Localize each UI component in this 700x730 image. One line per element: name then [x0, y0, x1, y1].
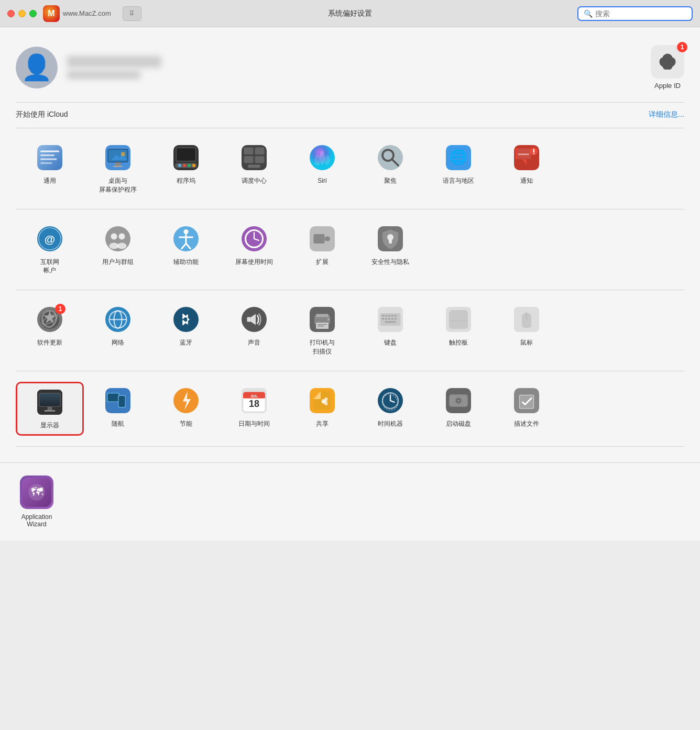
- prefs-grid-1: 通用桌面与屏幕保护程序程序坞调度中心Siri聚焦🌐语言与地区通知: [16, 139, 684, 198]
- close-button[interactable]: [7, 10, 15, 17]
- pref-item-displays[interactable]: 显示器: [16, 382, 84, 436]
- grid-button[interactable]: ⠿: [123, 6, 141, 21]
- pref-item-sound[interactable]: 声音: [220, 301, 288, 360]
- svg-point-46: [111, 233, 117, 239]
- pref-item-startup[interactable]: 启动磁盘: [424, 382, 493, 436]
- dock-icon: [173, 145, 199, 172]
- pref-item-spotlight[interactable]: 聚焦: [356, 139, 424, 198]
- pref-item-security[interactable]: 安全性与隐私: [356, 220, 424, 280]
- screentime-label: 屏幕使用时间: [235, 258, 273, 267]
- svg-rect-82: [318, 324, 327, 325]
- pref-item-timemachine[interactable]: 时间机器: [356, 382, 424, 436]
- bluetooth-icon: [173, 307, 199, 334]
- software-label: 软件更新: [37, 338, 62, 347]
- svg-point-27: [320, 151, 325, 165]
- pref-item-network[interactable]: 网络: [84, 301, 152, 360]
- pref-item-handoff[interactable]: 随航: [84, 382, 152, 436]
- pref-item-general[interactable]: 通用: [16, 139, 84, 198]
- svg-rect-40: [533, 149, 534, 153]
- pref-item-desktop[interactable]: 桌面与屏幕保护程序: [84, 139, 152, 198]
- svg-text:🗺: 🗺: [31, 485, 43, 499]
- users-label: 用户与群组: [102, 258, 134, 267]
- svg-point-16: [183, 164, 186, 167]
- pref-item-trackpad[interactable]: 触控板: [424, 301, 493, 360]
- apple-id-badge: 1: [677, 42, 687, 52]
- security-label: 安全性与隐私: [371, 258, 409, 267]
- printer-icon: [310, 307, 335, 334]
- pref-item-sharing[interactable]: 共享: [288, 382, 356, 436]
- general-label: 通用: [43, 176, 56, 185]
- datetime-icon: JUL18: [242, 388, 267, 415]
- pref-item-notification[interactable]: 通知: [493, 139, 561, 198]
- pref-item-profiles[interactable]: 描述文件: [493, 382, 561, 436]
- svg-point-81: [327, 318, 330, 321]
- svg-point-15: [178, 164, 181, 167]
- handoff-icon: [105, 388, 130, 415]
- internet-icon: @: [37, 226, 62, 253]
- svg-point-41: [533, 153, 534, 154]
- svg-rect-96: [385, 321, 396, 323]
- svg-rect-38: [518, 154, 529, 155]
- network-icon: [105, 307, 130, 334]
- svg-rect-24: [248, 165, 260, 168]
- svg-point-18: [192, 164, 195, 167]
- mouse-icon: [514, 307, 539, 334]
- sharing-icon: [310, 388, 335, 415]
- svg-rect-10: [121, 152, 125, 157]
- pref-item-bluetooth[interactable]: 蓝牙: [152, 301, 220, 360]
- pref-item-printer[interactable]: 打印机与扫描仪: [288, 301, 356, 360]
- prefs-grid-3: 1 软件更新网络蓝牙声音打印机与扫描仪键盘触控板鼠标: [16, 301, 684, 360]
- svg-point-47: [119, 233, 125, 239]
- svg-point-49: [117, 242, 127, 249]
- pref-item-mouse[interactable]: 鼠标: [493, 301, 561, 360]
- pref-item-mission[interactable]: 调度中心: [220, 139, 288, 198]
- maximize-button[interactable]: [29, 10, 37, 17]
- minimize-button[interactable]: [18, 10, 26, 17]
- pref-item-siri[interactable]: Siri: [288, 139, 356, 198]
- svg-rect-90: [395, 315, 397, 317]
- pref-item-screentime[interactable]: 屏幕使用时间: [220, 220, 288, 280]
- extensions-icon: [310, 226, 335, 253]
- search-input[interactable]: [595, 9, 686, 18]
- language-icon: 🌐: [446, 145, 471, 172]
- internet-label: 互联网帐户: [40, 258, 59, 275]
- svg-rect-3: [40, 159, 57, 160]
- pref-item-datetime[interactable]: JUL18日期与时间: [220, 382, 288, 436]
- printer-label: 打印机与扫描仪: [310, 338, 335, 356]
- svg-point-17: [188, 164, 191, 167]
- svg-rect-61: [314, 234, 325, 244]
- displays-icon: [37, 390, 62, 417]
- apple-id-icon-wrap: 1: [651, 45, 684, 79]
- notification-icon: [514, 145, 539, 172]
- pref-item-software[interactable]: 1 软件更新: [16, 301, 84, 360]
- icloud-detail-link[interactable]: 详细信息...: [649, 110, 684, 119]
- svg-point-133: [458, 400, 460, 401]
- keyboard-label: 键盘: [384, 338, 397, 347]
- application-wizard-item[interactable]: 🗺 Application Wizard: [16, 475, 58, 528]
- displays-label: 显示器: [40, 421, 59, 430]
- pref-item-accessibility[interactable]: 辅助功能: [152, 220, 220, 280]
- energy-label: 节能: [180, 419, 192, 428]
- pref-item-keyboard[interactable]: 键盘: [356, 301, 424, 360]
- svg-rect-93: [388, 318, 391, 320]
- avatar: 👤: [16, 47, 58, 89]
- prefs-grid-2: @互联网帐户用户与群组辅助功能屏幕使用时间扩展安全性与隐私: [16, 220, 684, 280]
- pref-item-internet[interactable]: @互联网帐户: [16, 220, 84, 280]
- pref-item-extensions[interactable]: 扩展: [288, 220, 356, 280]
- search-box[interactable]: 🔍: [577, 6, 693, 21]
- apple-id-section[interactable]: 1 Apple ID: [651, 45, 684, 90]
- pref-item-users[interactable]: 用户与群组: [84, 220, 152, 280]
- software-badge: 1: [55, 304, 65, 314]
- pref-item-energy[interactable]: 节能: [152, 382, 220, 436]
- svg-rect-62: [325, 236, 331, 241]
- pref-item-language[interactable]: 🌐语言与地区: [424, 139, 493, 198]
- profile-info: [67, 56, 161, 79]
- svg-rect-8: [113, 166, 123, 167]
- sharing-label: 共享: [316, 419, 329, 428]
- software-icon-wrap: 1: [37, 307, 62, 334]
- pref-item-dock[interactable]: 程序坞: [152, 139, 220, 198]
- main-content: 👤 1 Apple ID 开始使用 iCloud 详细信息... 通用桌面与屏幕…: [0, 27, 700, 462]
- security-icon: [378, 226, 403, 253]
- timemachine-label: 时间机器: [378, 419, 403, 428]
- svg-rect-112: [119, 396, 125, 407]
